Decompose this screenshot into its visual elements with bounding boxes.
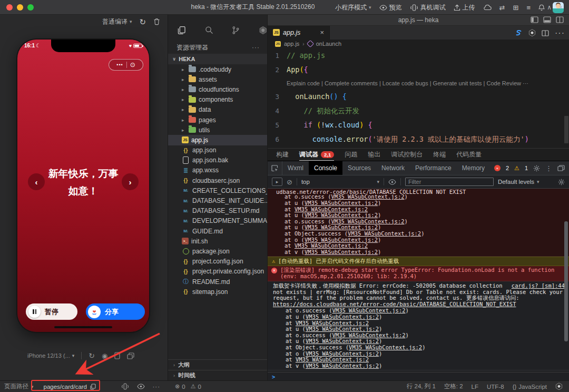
console-sidebar-icon[interactable]: ▸ [272, 178, 282, 186]
tree-item[interactable]: ▸ components [168, 95, 267, 105]
device-dropdown[interactable]: iPhone 12/13 (...▾ [27, 352, 74, 359]
record-icon[interactable]: ◉ [102, 352, 107, 359]
tree-item[interactable]: ▸ sitemap.json [168, 287, 267, 297]
stack-link[interactable]: VM35 WASubContext.js:2 [296, 320, 369, 326]
stack-link[interactable]: VM35 WASubContext.js:2 [305, 237, 378, 243]
panel-tab[interactable]: 终端 [433, 149, 446, 161]
context-selector[interactable]: top▾ [301, 179, 379, 185]
minimize-window-button[interactable] [17, 4, 23, 11]
files-icon[interactable] [178, 26, 186, 35]
dock-window-icon[interactable] [557, 165, 565, 171]
tree-item[interactable]: ▸ GUIDE.md [168, 226, 267, 236]
layout-grid-icon[interactable]: ⊞ [513, 4, 519, 11]
kebab-menu-icon[interactable]: ⋮ [545, 165, 552, 172]
editor-scrollbar[interactable] [564, 116, 568, 143]
split-editor-icon[interactable] [556, 16, 564, 23]
encoding[interactable]: UTF-8 [487, 384, 504, 390]
breadcrumb[interactable]: JS app.js › onLaunch [268, 40, 569, 48]
eol-type[interactable]: LF [472, 384, 478, 390]
timeline-section[interactable]: › 时间线 [168, 370, 267, 380]
filter-input[interactable] [405, 178, 494, 186]
stack-link[interactable]: VM35 WASubContext.js:2 [305, 224, 378, 230]
stack-link[interactable]: VM35 WASubContext.js:2 [332, 332, 406, 338]
settings-gear-icon[interactable] [533, 165, 540, 172]
more-actions-icon[interactable]: ··· [555, 28, 565, 38]
code-editor[interactable]: 1// app.js2App({Explain code | Complete … [268, 48, 569, 148]
copy-icon[interactable] [90, 384, 96, 390]
tree-item[interactable]: ▸ app.json.bak [168, 155, 267, 165]
hexagon-status-icon[interactable] [555, 383, 563, 390]
devtools-tab[interactable]: Memory [457, 161, 490, 175]
trash-icon[interactable] [153, 18, 160, 25]
clear-console-icon[interactable]: ⊘ [287, 179, 292, 185]
tree-item[interactable]: ▸ project.config.json [168, 257, 267, 267]
search-icon[interactable] [205, 26, 213, 34]
traffic-lights[interactable] [6, 4, 34, 11]
mode-dropdown[interactable]: 小程序模式▾ [335, 3, 371, 12]
panel-tab[interactable]: 调试器 2,1 [299, 149, 334, 161]
log-doc-link[interactable]: https://docs.cloudbase.net/error-code/ba… [273, 301, 516, 307]
warning-count-icon[interactable]: ⚠ [514, 165, 519, 172]
console-settings-gear-icon[interactable] [558, 179, 565, 185]
problems-summary[interactable]: ⊗0 ⚠0 [168, 384, 268, 390]
stack-link[interactable]: VM35 WASubContext.js:2 [305, 212, 378, 218]
tree-item[interactable]: ▸ DATABASE_SETUP.md [168, 206, 267, 216]
codebuddy-swirl-icon[interactable] [514, 30, 523, 37]
tree-item[interactable]: ▸ utils [168, 125, 267, 135]
codelens-actions[interactable]: Explain code | Complete comments | Locat… [268, 77, 569, 90]
share-button[interactable]: 分享 [86, 303, 145, 320]
tree-item[interactable]: ▸ init.sh [168, 236, 267, 246]
hexagon-icon[interactable] [528, 29, 536, 37]
cursor-position[interactable]: 行 24, 列 1 [407, 383, 436, 390]
compare-arrows-icon[interactable]: ⇄ [499, 4, 505, 11]
tree-item[interactable]: ▸ .codebuddy [168, 64, 267, 74]
stack-link[interactable]: VM35 WASubContext.js:2 [332, 307, 406, 313]
phone-vibrate-icon[interactable] [121, 383, 129, 390]
codebuddy-box-icon[interactable] [259, 26, 267, 35]
tree-item[interactable]: ▸ app.js [168, 135, 267, 145]
next-card-button[interactable]: › [122, 173, 139, 190]
phone-simulator[interactable]: 16:1☾ ♥ ••• ⊙ 新年快乐，万事 如意！ ‹ › 暂停 [17, 40, 149, 332]
devtools-tab[interactable]: Console [309, 161, 342, 175]
stack-link[interactable]: VM35 WASubContext.js:2 [305, 200, 378, 206]
tree-item[interactable]: ▸ DEVELOPMENT_SUMMA... [168, 216, 267, 226]
stack-link[interactable]: VM35 WASubContext.js:2 [331, 193, 405, 200]
preview-button[interactable]: 预览 [379, 3, 402, 12]
pause-button[interactable]: 暂停 [26, 303, 77, 320]
close-window-button[interactable] [6, 4, 13, 11]
prev-card-button[interactable]: ‹ [28, 173, 45, 190]
tree-item[interactable]: ▸ package.json [168, 246, 267, 256]
inspect-element-button[interactable] [268, 161, 282, 175]
indentation[interactable]: 空格: 2 [444, 383, 463, 390]
toggle-sidebar-icon[interactable] [531, 16, 538, 23]
mobile-frame-icon[interactable] [114, 352, 120, 359]
collapse-panel-icon[interactable]: ∧ [547, 4, 552, 11]
tree-item[interactable]: ▸ app.json [168, 145, 267, 155]
multi-window-icon[interactable] [127, 352, 134, 359]
devtools-tab[interactable]: Sources [342, 161, 376, 175]
panel-tab[interactable]: 问题 [345, 149, 357, 161]
more-icon[interactable]: ··· [153, 384, 161, 390]
tree-item[interactable]: ▸ app.wxss [168, 165, 267, 175]
stack-link[interactable]: VM35 WASubContext.js:2 [296, 356, 369, 362]
eye-icon[interactable] [137, 384, 145, 389]
rotate-icon[interactable]: ↻ [89, 352, 95, 359]
toggle-panel-icon[interactable] [543, 16, 551, 23]
close-panel-icon[interactable]: × [559, 4, 563, 11]
tree-item[interactable]: ▸ assets [168, 74, 267, 84]
log-levels-dropdown[interactable]: Default levels▾ [498, 179, 539, 185]
language-mode[interactable]: {}JavaScript [513, 384, 547, 390]
console-prompt[interactable]: > [268, 372, 569, 380]
refresh-icon[interactable]: ↻ [139, 18, 146, 26]
close-target-icon[interactable]: ⊙ [130, 62, 135, 68]
maximize-window-button[interactable] [27, 4, 34, 11]
stack-link[interactable]: VM35 WASubContext.js:2 [305, 249, 378, 255]
panel-tab[interactable]: 调试控制台 [391, 149, 423, 161]
menu-icon[interactable]: ≡ [526, 4, 531, 11]
stack-link[interactable]: VM35 WASubContext.js:2 [295, 242, 368, 249]
tree-item[interactable]: ▸ cloudbaserc.json [168, 175, 267, 185]
cloud-button[interactable] [483, 5, 492, 11]
split-editor-icon[interactable] [542, 30, 549, 36]
close-tab-icon[interactable]: × [320, 28, 324, 36]
stack-link[interactable]: VM35 WASubContext.js:2 [306, 313, 379, 320]
